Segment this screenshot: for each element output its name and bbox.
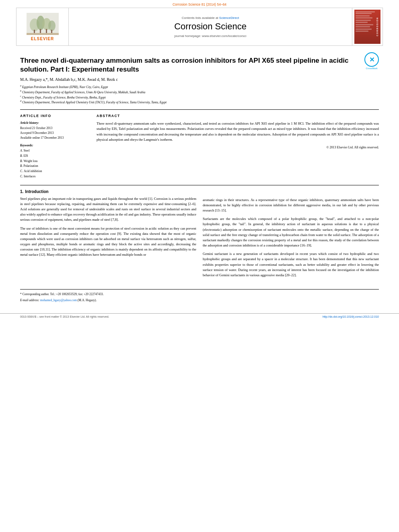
- abstract-panel: ABSTRACT Three novel di-quaternary ammon…: [97, 114, 379, 179]
- keyword-6: C.Interfaces: [20, 174, 88, 179]
- elsevier-logo-image: [27, 13, 59, 35]
- journal-cover-section: CORROSION: [352, 8, 383, 45]
- svg-rect-9: [27, 33, 59, 35]
- article-info-title: ARTICLE INFO: [20, 114, 88, 118]
- intro-paragraph-2: The use of inhibitors is one of the most…: [20, 226, 196, 258]
- keyword-1: A.Steel: [20, 148, 88, 154]
- article-title-section: Three novel di-quaternary ammonium salts…: [20, 51, 379, 77]
- body-right-column: aromatic rings in their structures. As a…: [203, 189, 379, 281]
- affiliation-b: b Chemistry Department, Faculty of Appli…: [20, 89, 379, 94]
- abstract-copyright: © 2013 Elsevier Ltd. All rights reserved…: [97, 146, 379, 149]
- email-footnote: E-mail address: mohamed_hgazy@yahoo.com …: [20, 298, 379, 303]
- received-date: Received 21 October 2013: [20, 126, 88, 131]
- svg-point-4: [48, 21, 56, 31]
- affiliation-c: c Chemistry Dept., Faculty of Science, B…: [20, 94, 379, 100]
- keyword-5: C.Acid inhibition: [20, 169, 88, 174]
- corresponding-author-note: * Corresponding author. Tel.: +20 100265…: [20, 292, 379, 297]
- abstract-title: ABSTRACT: [97, 114, 379, 118]
- body-left-column: 1.Introduction Steel pipelines play an i…: [20, 189, 196, 281]
- elsevier-wordmark: ELSEVIER: [31, 37, 54, 41]
- abstract-body: Three novel di-quaternary ammonium salts…: [97, 121, 379, 142]
- section1-heading: 1.Introduction: [20, 189, 196, 194]
- keywords-section: Keywords: A.Steel B.EIS B.Weight loss B.…: [20, 144, 88, 179]
- intro-paragraph-1: Steel pipelines play an important role i…: [20, 196, 196, 223]
- available-date: Available online 17 December 2013: [20, 136, 88, 140]
- journal-title: Corrosion Science: [174, 21, 247, 32]
- footnotes-section: * Corresponding author. Tel.: +20 100265…: [20, 289, 379, 302]
- article-title: Three novel di-quaternary ammonium salts…: [20, 56, 360, 74]
- bottom-bar: 0010-938X/$ – see front matter © 2013 El…: [0, 313, 399, 320]
- keyword-2: B.EIS: [20, 154, 88, 159]
- crossmark-label: CrossMark: [364, 67, 379, 70]
- keyword-3: B.Weight loss: [20, 159, 88, 164]
- svg-rect-6: [40, 29, 41, 33]
- contents-available: Contents lists available at ScienceDirec…: [182, 16, 239, 20]
- journal-cover-image: CORROSION: [354, 10, 380, 44]
- issn-text: 0010-938X/$ – see front matter © 2013 El…: [20, 315, 109, 318]
- svg-rect-5: [34, 30, 35, 33]
- right-paragraph-3: Gemini surfactant is a new generation of…: [203, 251, 379, 278]
- affiliations-block: a Egyptian Petroleum Research Institute …: [20, 84, 379, 105]
- authors-line: M.A. Hegazy a,*, M. Abdallah b,c, M.K. A…: [20, 77, 379, 82]
- right-paragraph-2: Surfactants are the molecules which comp…: [203, 216, 379, 248]
- crossmark-badge: CrossMark: [364, 52, 379, 70]
- content-divider: [20, 185, 379, 185]
- svg-rect-7: [46, 29, 47, 33]
- elsevier-section: ELSEVIER: [16, 8, 69, 45]
- doi-link[interactable]: http://dx.doi.org/10.1016/j.corsci.2013.…: [323, 315, 379, 318]
- top-journal-ref: Corrosion Science 81 (2014) 54–64: [0, 0, 399, 8]
- article-info-panel: ARTICLE INFO Article history: Received 2…: [20, 114, 88, 179]
- sciencedirect-link[interactable]: ScienceDirect: [219, 16, 239, 20]
- email-link[interactable]: mohamed_hgazy@yahoo.com: [40, 298, 78, 302]
- cover-title-text: CORROSION: [376, 11, 379, 42]
- journal-header-box: ELSEVIER Contents lists available at Sci…: [16, 8, 383, 46]
- affiliation-a: a Egyptian Petroleum Research Institute …: [20, 84, 379, 89]
- article-history: Article history: Received 21 October 201…: [20, 121, 88, 140]
- keyword-4: B.Polarization: [20, 164, 88, 169]
- journal-title-section: Contents lists available at ScienceDirec…: [69, 8, 352, 45]
- svg-rect-8: [51, 30, 52, 33]
- right-paragraph-1: aromatic rings in their structures. As a…: [203, 197, 379, 214]
- journal-homepage: journal homepage: www.elsevier.com/locat…: [175, 34, 247, 38]
- affiliation-d: d Chemistry Department, Theoretical Appl…: [20, 99, 379, 105]
- accepted-date: Accepted 9 December 2013: [20, 131, 88, 136]
